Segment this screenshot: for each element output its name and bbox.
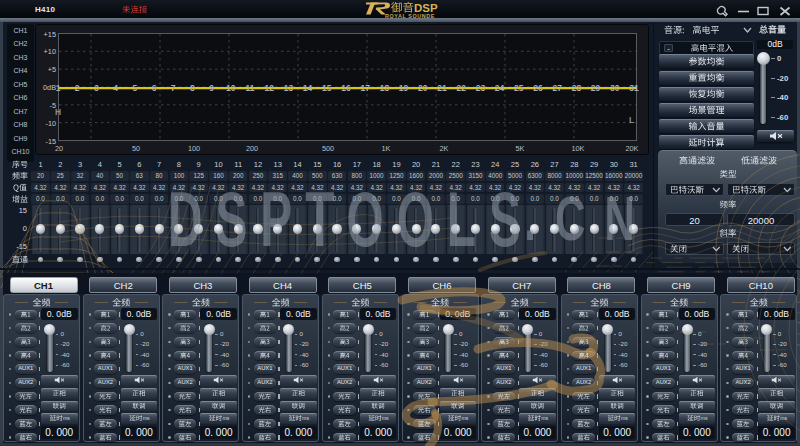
svg-text:4: 4 [113, 83, 118, 93]
svg-text:27: 27 [552, 83, 562, 93]
svg-text:8: 8 [190, 83, 195, 93]
svg-text:+15: +15 [44, 30, 56, 39]
svg-text:14: 14 [303, 83, 313, 93]
svg-text:2K: 2K [440, 144, 449, 153]
svg-text:-10: -10 [45, 119, 56, 128]
svg-text:13: 13 [284, 83, 294, 93]
svg-text:24: 24 [495, 83, 505, 93]
svg-text:21: 21 [437, 83, 447, 93]
svg-text:31: 31 [629, 83, 639, 93]
svg-text:20: 20 [418, 83, 428, 93]
svg-text:+5: +5 [48, 65, 56, 74]
svg-text:2: 2 [75, 83, 80, 93]
svg-text:0dB: 0dB [43, 83, 56, 92]
svg-text:19: 19 [399, 83, 409, 93]
svg-text:7: 7 [171, 83, 176, 93]
svg-text:+10: +10 [44, 47, 56, 56]
svg-text:10K: 10K [572, 144, 585, 153]
svg-text:15: 15 [322, 83, 332, 93]
svg-text:5K: 5K [516, 144, 525, 153]
svg-text:30: 30 [610, 83, 620, 93]
svg-text:H: H [55, 107, 61, 117]
svg-text:16: 16 [341, 83, 351, 93]
svg-text:1: 1 [56, 83, 61, 93]
svg-text:20K: 20K [626, 144, 639, 153]
svg-text:12: 12 [264, 83, 274, 93]
svg-text:L: L [629, 115, 634, 125]
svg-text:5: 5 [132, 83, 137, 93]
svg-text:9: 9 [209, 83, 214, 93]
svg-text:26: 26 [533, 83, 543, 93]
svg-text:22: 22 [456, 83, 466, 93]
svg-text:500: 500 [322, 144, 334, 153]
svg-text:100: 100 [188, 144, 200, 153]
svg-text:29: 29 [591, 83, 601, 93]
svg-text:6: 6 [152, 83, 157, 93]
svg-text:1K: 1K [382, 144, 391, 153]
svg-text:50: 50 [132, 144, 140, 153]
svg-text:28: 28 [572, 83, 582, 93]
svg-text:3: 3 [94, 83, 99, 93]
svg-text:200: 200 [246, 144, 258, 153]
svg-text:17: 17 [360, 83, 370, 93]
svg-text:25: 25 [514, 83, 524, 93]
svg-text:11: 11 [246, 83, 255, 93]
svg-text:20: 20 [55, 144, 63, 153]
svg-text:10: 10 [226, 83, 236, 93]
svg-text:23: 23 [476, 83, 486, 93]
svg-text:18: 18 [380, 83, 390, 93]
